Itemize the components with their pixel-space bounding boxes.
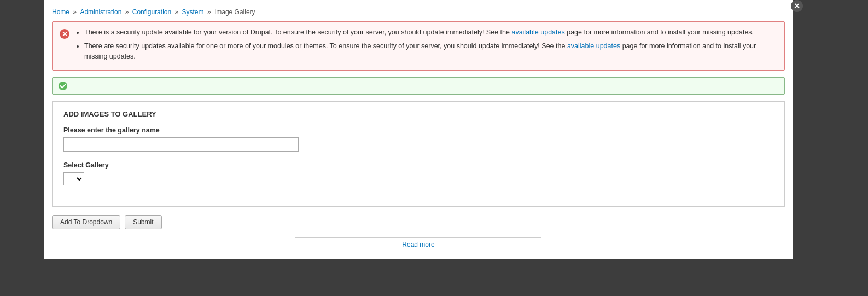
read-more-link[interactable]: Read more <box>402 241 434 248</box>
gallery-name-group: Please enter the gallery name <box>63 126 773 152</box>
error-box: ✕ There is a security update available f… <box>52 21 785 71</box>
breadcrumb-home[interactable]: Home <box>52 8 69 16</box>
available-updates-link-2[interactable]: available updates <box>567 42 620 50</box>
success-box <box>52 77 785 95</box>
error-icon: ✕ <box>59 28 70 39</box>
modal-overlay: ✕ Home » Administration » Configuration … <box>44 0 793 259</box>
gallery-name-input[interactable] <box>63 137 299 152</box>
breadcrumb-sep-4: » <box>207 8 213 16</box>
breadcrumb-sep-1: » <box>73 8 78 16</box>
svg-point-2 <box>59 82 67 90</box>
select-gallery-dropdown[interactable] <box>63 172 84 185</box>
breadcrumb-sep-2: » <box>125 8 131 16</box>
form-panel-title: ADD IMAGES TO GALLERY <box>63 110 773 118</box>
breadcrumb-administration[interactable]: Administration <box>80 8 121 16</box>
add-to-dropdown-button[interactable]: Add To Dropdown <box>52 215 120 229</box>
error-messages: There is a security update available for… <box>74 27 778 65</box>
available-updates-link-1[interactable]: available updates <box>511 28 564 36</box>
breadcrumb: Home » Administration » Configuration » … <box>52 5 785 16</box>
form-panel: ADD IMAGES TO GALLERY Please enter the g… <box>52 101 785 207</box>
svg-text:✕: ✕ <box>62 30 68 38</box>
breadcrumb-configuration[interactable]: Configuration <box>132 8 171 16</box>
error-message-2: There are security updates available for… <box>84 41 778 62</box>
gallery-name-label: Please enter the gallery name <box>63 126 773 134</box>
close-button[interactable]: ✕ <box>791 0 803 12</box>
breadcrumb-current: Image Gallery <box>214 8 255 16</box>
page-wrapper: ✕ Home » Administration » Configuration … <box>0 0 868 296</box>
breadcrumb-sep-3: » <box>175 8 180 16</box>
success-icon <box>58 81 68 91</box>
breadcrumb-system[interactable]: System <box>182 8 204 16</box>
bottom-area: Read more <box>52 235 785 248</box>
error-message-1: There is a security update available for… <box>84 27 778 38</box>
select-gallery-label: Select Gallery <box>63 161 773 169</box>
select-gallery-group: Select Gallery <box>63 161 773 185</box>
submit-button[interactable]: Submit <box>125 215 161 229</box>
bottom-divider <box>295 237 541 238</box>
buttons-row: Add To Dropdown Submit <box>52 215 785 229</box>
